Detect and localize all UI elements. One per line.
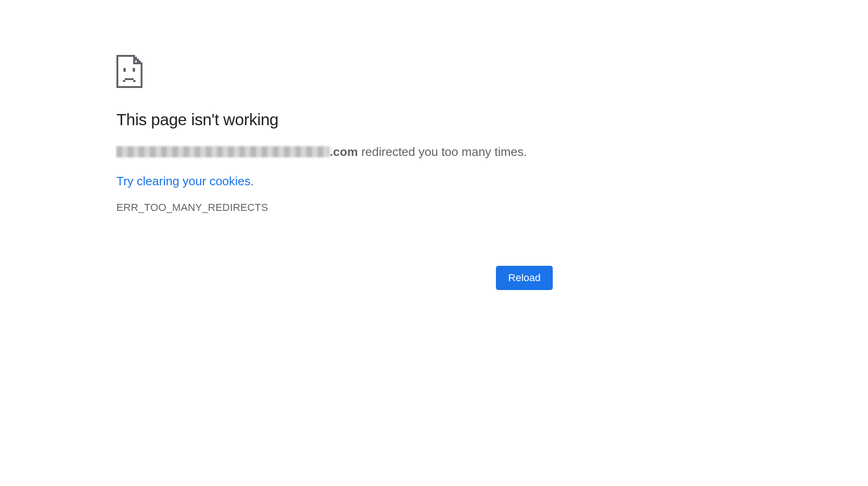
svg-rect-3 <box>123 80 125 82</box>
suggestion-period: . <box>251 174 254 188</box>
clear-cookies-link[interactable]: Try clearing your cookies <box>116 174 251 188</box>
svg-rect-2 <box>125 78 134 80</box>
suggestion-line: Try clearing your cookies. <box>116 174 553 189</box>
svg-rect-1 <box>133 68 135 72</box>
error-title: This page isn't working <box>116 110 553 129</box>
svg-rect-4 <box>133 80 136 82</box>
sad-file-icon <box>116 55 142 88</box>
svg-rect-0 <box>123 68 126 72</box>
redacted-domain <box>116 146 330 157</box>
error-message: .com redirected you too many times. <box>116 143 553 161</box>
error-message-rest: redirected you too many times. <box>358 145 527 159</box>
error-page-container: This page isn't working .com redirected … <box>116 55 553 214</box>
error-code: ERR_TOO_MANY_REDIRECTS <box>116 202 553 214</box>
domain-suffix: .com <box>330 145 358 159</box>
reload-button[interactable]: Reload <box>496 266 553 290</box>
error-icon-wrap <box>116 55 553 88</box>
